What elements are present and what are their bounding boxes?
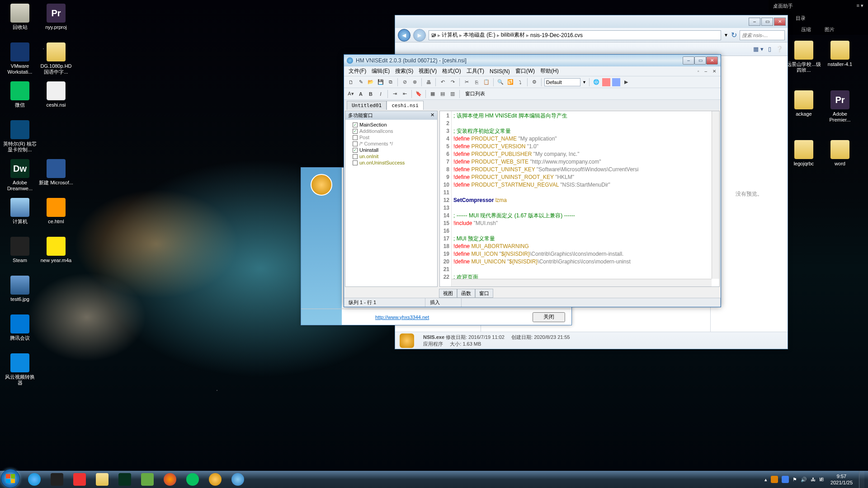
start-button[interactable]: [1, 469, 20, 488]
pin-hmedit[interactable]: [227, 472, 249, 487]
maximize-button[interactable]: ▭: [761, 18, 773, 26]
close-file-icon[interactable]: ⊘: [401, 78, 409, 86]
pin-ie[interactable]: [24, 472, 45, 487]
system-tray[interactable]: ▴ ⚑ 🔊 🖧 ㎆ 9:57 2021/1/25: [761, 471, 868, 488]
close-button[interactable]: ✕: [774, 18, 786, 26]
compile-icon[interactable]: ⚙: [530, 78, 538, 86]
breadcrumb-segment[interactable]: 计算机: [442, 31, 458, 39]
minimize-button[interactable]: –: [683, 56, 694, 65]
menu-item[interactable]: 视图(V): [417, 66, 439, 76]
hmedit-titlebar[interactable]: HM VNISEdit 2.0.3 (build 060712) - [cesh…: [344, 55, 721, 66]
desktop-icon[interactable]: Steam: [3, 237, 37, 263]
function-pane[interactable]: 多功能窗口 ✕ ✓MainSection✓AdditionalIconsPost…: [345, 111, 438, 287]
tray-volume-icon[interactable]: 🔊: [801, 477, 807, 483]
findnext-icon[interactable]: ⤵: [516, 78, 524, 86]
bookmark-icon[interactable]: 🔖: [415, 90, 423, 98]
view-options-icon[interactable]: ▦ ▾: [753, 46, 764, 52]
vertical-scrollbar[interactable]: [712, 111, 719, 279]
tray-flag-icon[interactable]: ⚑: [793, 477, 797, 483]
desktop-icon[interactable]: 计算机: [3, 198, 37, 225]
editor-tab[interactable]: Untitled01: [347, 101, 387, 110]
desktop-icon[interactable]: VMware Workstati...: [3, 42, 37, 75]
assistant-category[interactable]: 图片: [825, 26, 835, 33]
closeall-icon[interactable]: ⊗: [410, 78, 419, 86]
taskbar[interactable]: ▴ ⚑ 🔊 🖧 ㎆ 9:57 2021/1/25: [0, 471, 868, 488]
pin-minecraft[interactable]: [137, 472, 158, 487]
font-dec-icon[interactable]: A▾: [347, 90, 355, 98]
window-list-button[interactable]: 窗口列表: [462, 90, 488, 97]
paste-icon[interactable]: 📋: [482, 78, 491, 86]
section-node[interactable]: ✓AdditionalIcons: [347, 128, 435, 134]
desktop-icon[interactable]: word: [823, 140, 857, 167]
code-editor[interactable]: 12345678910111213141516171819202122 ; 该脚…: [439, 111, 720, 287]
open-icon[interactable]: 📂: [367, 78, 375, 86]
pin-wechat[interactable]: [182, 472, 203, 487]
desktop-icon[interactable]: 英特尔(R) 核芯显卡控制...: [3, 120, 37, 153]
assistant-menu-icon[interactable]: ≡ ▾: [857, 3, 863, 9]
desktop-icon[interactable]: DG.1080p.HD国语中字...: [39, 42, 73, 75]
desktop-icon[interactable]: test6.jpg: [3, 276, 37, 302]
funcpane-close-icon[interactable]: ✕: [430, 112, 434, 119]
tray-icon[interactable]: [782, 476, 789, 483]
desktop-icon[interactable]: DwAdobe Dreamwe...: [3, 159, 37, 192]
pin-firefox[interactable]: [159, 472, 181, 487]
desktop-icon[interactable]: 新建 Microsof...: [39, 159, 73, 186]
code-area[interactable]: ; 该脚本使用 HM VNISEdit 脚本编辑器向导产生 ; 安装程序初始定义…: [452, 111, 719, 286]
section-node[interactable]: un.onUninstSuccess: [347, 160, 435, 166]
section-node[interactable]: Post: [347, 134, 435, 141]
show-desktop-button[interactable]: [859, 471, 864, 488]
section-node[interactable]: un.onInit: [347, 153, 435, 160]
minimize-button[interactable]: –: [749, 18, 760, 26]
find-icon[interactable]: 🔍: [496, 78, 505, 86]
hmedit-menubar[interactable]: 文件(F)编辑(E)搜索(S)视图(V)格式(O)工具(T)NSIS(N)窗口(…: [344, 66, 721, 76]
panel2-icon[interactable]: ▤: [439, 90, 447, 98]
desktop-icon[interactable]: 远景山学校...级四班...: [787, 41, 821, 73]
font-inc-icon[interactable]: A: [357, 90, 365, 98]
next-icon[interactable]: ▶: [622, 78, 630, 86]
saveall-icon[interactable]: ⧉: [387, 78, 395, 86]
horizontal-scrollbar[interactable]: [452, 279, 712, 286]
red-tool-icon[interactable]: [602, 78, 610, 86]
blue-tool-icon[interactable]: [612, 78, 620, 86]
hmedit-tabstrip[interactable]: Untitled01ceshi.nsi: [344, 100, 721, 110]
menu-item[interactable]: 编辑(E): [370, 66, 392, 76]
menu-item[interactable]: 窗口(W): [514, 66, 537, 76]
mdi-min-icon[interactable]: –: [703, 68, 709, 75]
tray-expand-icon[interactable]: ▴: [764, 477, 767, 483]
menu-item[interactable]: 格式(O): [440, 66, 462, 76]
menu-item[interactable]: 文件(F): [347, 66, 368, 76]
new-icon[interactable]: 🗋: [347, 78, 355, 86]
refresh-icon[interactable]: ↻: [731, 31, 737, 39]
wizard-close-button[interactable]: 关闭: [533, 312, 565, 322]
pin-nsis[interactable]: [204, 472, 226, 487]
combo-dropdown-icon[interactable]: ▼: [582, 80, 586, 84]
wizard-url-link[interactable]: http://www.yhxs3344.net: [375, 314, 429, 320]
desktop-icon[interactable]: ce.html: [39, 198, 73, 225]
config-combo[interactable]: [544, 78, 580, 86]
cut-icon[interactable]: ✂: [462, 78, 471, 86]
menu-item[interactable]: 工具(T): [465, 66, 486, 76]
help-icon[interactable]: ❔: [776, 46, 783, 52]
print-icon[interactable]: 🖶: [425, 78, 433, 86]
hmedit-toolbar-1[interactable]: 🗋 ✎ 📂 💾 ⧉ ⊘ ⊗ 🖶 ↶ ↷ ✂ ⎘ 📋 🔍 🔁 ⤵ ⚙ ▼ 🌐 ▶: [344, 76, 721, 88]
desktop-icon[interactable]: Prnyy.prproj: [39, 4, 73, 30]
tray-ime-icon[interactable]: ㎆: [819, 476, 824, 483]
maximize-button[interactable]: ▭: [694, 56, 706, 65]
breadcrumb[interactable]: 🖳▸计算机▸本地磁盘 (E:)▸bilibili素材▸nsis-19-Dec-2…: [429, 30, 721, 40]
hmedit-window[interactable]: HM VNISEdit 2.0.3 (build 060712) - [cesh…: [344, 54, 721, 307]
breadcrumb-segment[interactable]: bilibili素材: [501, 31, 525, 39]
desktop-icon[interactable]: ceshi.nsi: [39, 81, 73, 108]
bottom-tabs[interactable]: 视图函数窗口: [439, 289, 493, 298]
output-tab[interactable]: 视图: [439, 289, 457, 298]
indent-icon[interactable]: ⇥: [391, 90, 399, 98]
desktop-icon[interactable]: 回收站: [3, 4, 37, 30]
italic-icon[interactable]: I: [377, 90, 385, 98]
save-icon[interactable]: 💾: [377, 78, 385, 86]
explorer-titlebar[interactable]: – ▭ ✕: [395, 15, 788, 28]
undo-icon[interactable]: ↶: [439, 78, 447, 86]
tray-network-icon[interactable]: 🖧: [811, 477, 816, 482]
desktop-icon[interactable]: 微信: [3, 81, 37, 108]
menu-item[interactable]: 搜索(S): [393, 66, 415, 76]
mdi-restore-icon[interactable]: ▫: [696, 68, 701, 75]
breadcrumb-dropdown-icon[interactable]: ▼: [724, 33, 728, 38]
